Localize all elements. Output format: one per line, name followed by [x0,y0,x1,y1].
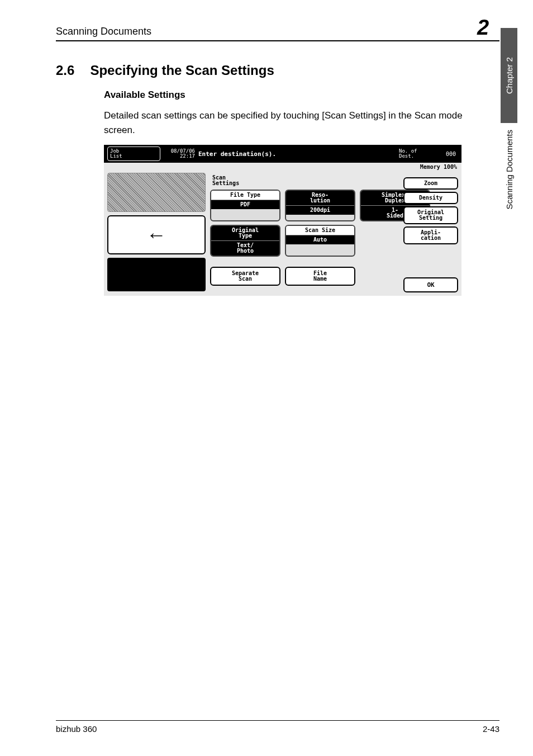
scan-size-group[interactable]: Scan Size Auto [285,225,355,257]
header-left: Scanning Documents [56,26,151,37]
no-of-dest-label: No. of Dest. [399,149,439,159]
original-type-group[interactable]: Original Type Text/ Photo [210,225,280,257]
back-arrow-box[interactable]: ← [107,215,206,254]
original-type-head: Original Type [211,226,279,240]
left-panel-filler [107,258,206,291]
footer-model: bizhub 360 [56,724,97,734]
scan-size-head: Scan Size [286,226,354,235]
file-type-head: File Type [211,191,279,200]
page-spine: Chapter 2 Scanning Documents [501,28,517,268]
lcd-main-area: Scan Settings File Type PDF Reso- lution… [210,173,458,292]
lcd-screenshot: Job List 08/07/06 22:17 Enter destinatio… [104,145,461,296]
datetime-display: 08/07/06 22:17 [161,149,195,159]
file-type-value: PDF [211,200,279,209]
header-chapter-number: 2 [477,16,489,39]
no-of-dest-count: 000 [439,151,456,157]
job-list-label: Job List [110,149,122,159]
resolution-group[interactable]: Reso- lution 200dpi [285,190,355,221]
section-heading: 2.6 Specifying the Scan Settings [56,63,499,78]
enter-destination-prompt: Enter destination(s). [198,150,399,158]
spine-chapter-tab: Chapter 2 [501,28,517,123]
original-type-value: Text/ Photo [211,240,279,256]
side-buttons: Zoom Density Original Setting Appli- cat… [403,177,458,244]
footer-page-number: 2-43 [483,724,499,734]
file-type-group[interactable]: File Type PDF [210,190,280,221]
lcd-left-panel: ← [107,173,206,291]
subsection-title: Available Settings [104,89,499,101]
zoom-button[interactable]: Zoom [403,177,458,190]
header-right-wrap: 2 [477,17,499,39]
left-arrow-icon: ← [146,225,166,245]
file-name-button[interactable]: File Name [285,267,355,286]
density-button[interactable]: Density [403,192,458,204]
section-title: Specifying the Scan Settings [90,63,274,78]
lcd-top-bar: Job List 08/07/06 22:17 Enter destinatio… [104,145,461,163]
page-header: Scanning Documents 2 [56,17,499,41]
spine-section-label: Scanning Documents [505,130,514,210]
application-button[interactable]: Appli- cation [403,226,458,244]
resolution-head: Reso- lution [286,191,354,205]
job-list-button[interactable]: Job List [107,147,160,161]
preview-thumbnail [107,173,206,212]
original-setting-button[interactable]: Original Setting [403,206,458,224]
memory-indicator: Memory 100% [420,164,457,170]
separate-scan-button[interactable]: Separate Scan [210,267,280,286]
page-footer: bizhub 360 2-43 [56,720,499,734]
ok-button[interactable]: OK [403,277,458,292]
scan-size-value: Auto [286,235,354,244]
section-number: 2.6 [56,63,74,78]
resolution-value: 200dpi [286,205,354,215]
body-paragraph: Detailed scan settings can be specified … [104,108,496,137]
